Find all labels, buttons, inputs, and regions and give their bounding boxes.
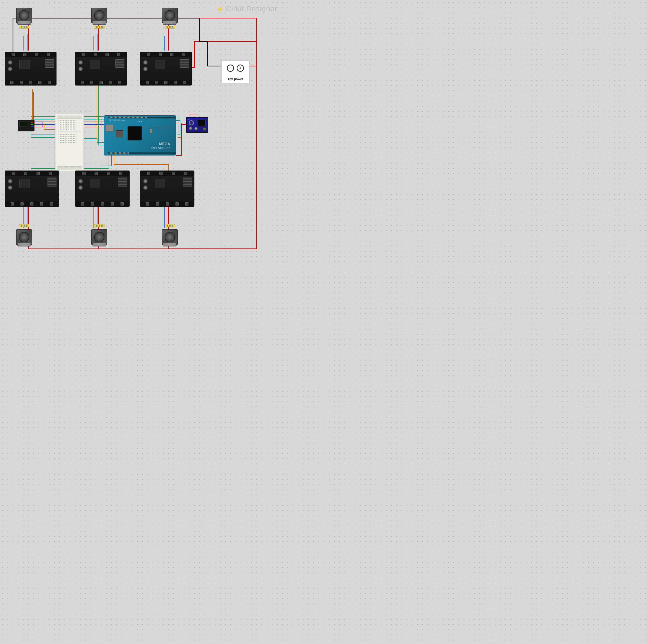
pin	[172, 26, 173, 28]
driver-heatsink	[115, 59, 125, 68]
rc-screen	[19, 122, 27, 127]
driver-cap-2	[78, 67, 83, 71]
driver-cap-2	[143, 67, 148, 71]
pin	[101, 26, 103, 28]
motor-driver-top-3-inner	[141, 52, 191, 85]
motor-bottom-3-connector	[165, 224, 175, 227]
driver-cap-2	[8, 185, 12, 190]
driver-top-connectors	[5, 52, 56, 57]
dc-voltage-label: 100	[188, 119, 190, 120]
driver-top-connectors	[76, 52, 127, 57]
motor-driver-bottom-1-inner	[5, 171, 59, 206]
driver-heatsink	[118, 177, 127, 187]
motor-bottom-1-connector	[19, 224, 29, 227]
driver-bottom-connectors	[141, 202, 194, 206]
driver-top-connectors	[76, 171, 129, 176]
arduino-digital-pins	[108, 117, 176, 119]
dc-chip	[198, 120, 206, 126]
arduino-communication-label: 01 1 COMMUNICATION	[110, 120, 125, 122]
motor-driver-bottom-2-inner	[76, 171, 129, 206]
led-rx	[139, 121, 140, 122]
motor-driver-top-2	[75, 52, 127, 85]
led-power	[137, 121, 138, 122]
driver-heatsink	[48, 177, 57, 187]
motor-driver-top-2-inner	[76, 52, 127, 85]
rc-receiver	[18, 120, 34, 131]
driver-chip	[155, 60, 165, 69]
dc-cap-2	[203, 127, 206, 131]
driver-heatsink	[180, 59, 189, 68]
pin	[23, 26, 25, 28]
arduino-main-chip	[128, 126, 142, 140]
motor-driver-top-1-inner	[5, 52, 56, 85]
driver-cap-1	[8, 179, 12, 184]
arduino-mega-inner: MADE IN ITALY 01 1 COMMUNICATION MEGA ⊙⊙…	[104, 116, 176, 155]
rc-led-3	[31, 126, 33, 127]
driver-cap-1	[8, 60, 12, 65]
motor-driver-bottom-1	[5, 170, 59, 207]
motor-driver-bottom-2	[75, 170, 130, 207]
arduino-leds	[137, 121, 142, 122]
power-label: 12V power	[222, 77, 249, 81]
motor-driver-bottom-3-inner	[141, 171, 194, 206]
power-supply-12v: − + 12V power	[221, 60, 249, 83]
bb-hole-grid: .bb-grid-row { display:flex; gap:2px; al…	[58, 120, 81, 165]
communication-label: 01 1 COMMUNICATION	[144, 127, 171, 129]
driver-top-connectors	[141, 52, 191, 57]
arduino-logo: ⊙⊙ Arduino	[151, 146, 170, 150]
driver-chip	[155, 179, 165, 188]
motor-bottom-3-body	[162, 229, 178, 245]
driver-cap-1	[78, 179, 83, 184]
driver-bottom-connectors	[5, 80, 56, 85]
motor-top-1	[15, 8, 33, 28]
driver-top-connectors	[5, 171, 59, 176]
motor-top-2-body	[91, 8, 107, 23]
driver-chip	[90, 60, 100, 69]
arduino-usb-port	[105, 125, 113, 131]
motor-top-3-connector	[165, 26, 175, 28]
breadboard: .bb-grid-row { display:flex; gap:2px; al…	[55, 114, 84, 171]
motor-bottom-2-body	[91, 229, 107, 245]
driver-top-connectors	[141, 171, 194, 176]
arduino-mega: MADE IN ITALY 01 1 COMMUNICATION MEGA ⊙⊙…	[104, 115, 176, 155]
dc-cap	[189, 127, 192, 130]
arduino-crystal	[150, 129, 152, 134]
motor-bottom-1	[15, 224, 33, 245]
dc-inductor	[189, 120, 194, 126]
driver-bottom-connectors	[76, 202, 129, 206]
driver-cap-1	[143, 179, 148, 184]
bb-middle-divider	[58, 131, 81, 132]
driver-heatsink	[45, 59, 54, 68]
arduino-analog-pins	[108, 152, 176, 154]
motor-bottom-2-connector	[94, 224, 104, 227]
breadboard-inner: .bb-grid-row { display:flex; gap:2px; al…	[56, 114, 83, 171]
driver-cap-2	[8, 67, 12, 71]
driver-cap-1	[143, 60, 148, 65]
pin	[21, 26, 22, 28]
led-tx	[141, 121, 142, 122]
power-terminal-negative: −	[227, 65, 234, 72]
logo-text: Cirkit Designer	[226, 5, 277, 13]
pin	[96, 26, 97, 28]
driver-cap-2	[143, 185, 148, 190]
pin	[167, 26, 168, 28]
driver-heatsink	[183, 177, 192, 187]
bb-power-rail-top	[57, 116, 82, 119]
motor-bottom-2	[90, 224, 109, 245]
dc-dc-inner: 100	[187, 118, 208, 132]
driver-bottom-connectors	[5, 202, 59, 206]
motor-bottom-3	[161, 224, 179, 245]
motor-bottom-1-body	[16, 229, 32, 245]
rc-leds	[31, 122, 33, 127]
driver-chip	[19, 179, 30, 188]
motor-driver-top-1	[5, 52, 57, 85]
arduino-mega-label: MEGA	[159, 142, 170, 146]
driver-chip	[90, 179, 100, 188]
rc-led-1	[31, 122, 33, 123]
motor-top-2-connector	[94, 26, 104, 28]
dc-trimpot	[195, 127, 198, 130]
motor-top-3-body	[162, 8, 178, 23]
pin	[26, 26, 27, 28]
power-terminal-positive: +	[237, 65, 244, 72]
motor-top-1-connector	[19, 26, 29, 28]
